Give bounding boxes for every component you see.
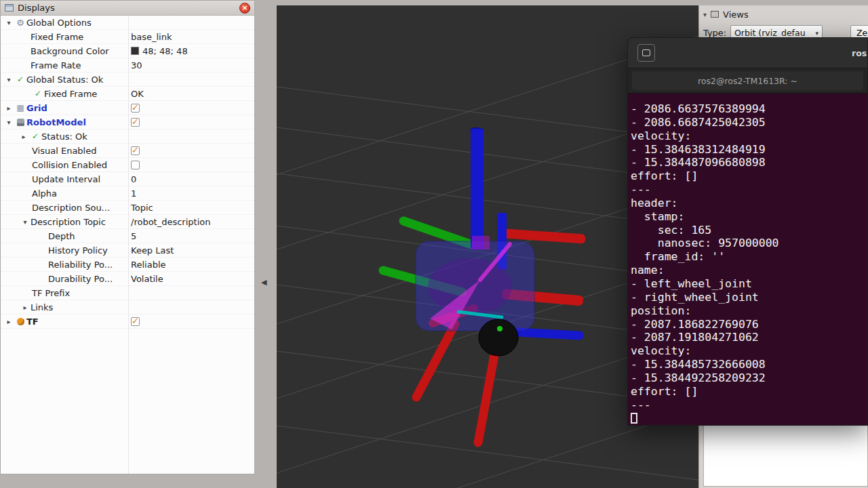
tree-row[interactable]: ▸Links [1,300,254,314]
terminal-window-title: ros2@ [852,38,868,68]
property-value[interactable]: 0 [128,174,254,184]
terminal-line: header: [631,197,866,210]
terminal-line: --- [631,183,866,197]
property-value[interactable]: Keep Last [128,245,254,256]
tree-row[interactable]: Depth5 [1,229,254,243]
property-value-text: OK [131,89,144,99]
property-value-text: 0 [131,174,136,184]
checkbox[interactable] [131,146,140,155]
property-label: Description Topic [31,217,106,227]
new-tab-icon [642,49,650,56]
tree-row[interactable]: ✓Fixed FrameOK [1,87,254,101]
expander-caret-icon[interactable]: ▸ [18,133,29,140]
view-type-label: Type: [703,28,726,38]
property-label: Global Status: Ok [26,75,103,85]
expander-caret-icon[interactable]: ▸ [20,304,31,311]
check-icon: ✓ [29,131,41,141]
property-value[interactable]: base_link [128,32,254,42]
terminal-tab[interactable]: ros2@ros2-TM1613R: ~ [632,71,863,90]
property-value[interactable]: OK [128,89,254,99]
tree-row[interactable]: Alpha1 [1,186,254,201]
terminal-headerbar[interactable]: ros2@ [628,38,867,68]
tree-row[interactable]: History PolicyKeep Last [1,243,254,258]
new-tab-button[interactable] [637,44,655,62]
property-label: Status: Ok [41,131,87,142]
tree-row[interactable]: ▸TF [1,314,254,329]
terminal-line: --- [631,399,866,412]
property-name: Reliability Po... [1,260,128,270]
expander-caret-icon[interactable]: ▾ [3,19,14,26]
tree-row[interactable]: Frame Rate30 [1,58,254,73]
terminal-line: - 2087.191804271062 [631,331,866,344]
tree-row[interactable]: ▸✓Status: Ok [1,129,254,144]
property-name: Update Interval [1,174,128,184]
property-label: Links [31,302,53,312]
expander-caret-icon[interactable]: ▸ [3,318,14,325]
property-value[interactable]: 1 [128,188,254,199]
terminal-line: velocity: [631,129,866,143]
displays-titlebar[interactable]: Displays × [1,1,254,16]
tree-row[interactable]: Durability Po...Volatile [1,272,254,286]
terminal-line: nanosec: 957000000 [631,237,866,250]
property-name: Description Sou... [1,203,128,213]
terminal-line: - 15.384487096680898 [631,156,866,169]
tree-row[interactable]: Visual Enabled [1,144,254,158]
property-value[interactable] [128,161,254,169]
tree-row[interactable]: TF Prefix [1,286,254,300]
views-expander-icon[interactable]: ▾ [703,11,707,18]
chevron-down-icon: ▾ [815,30,818,37]
property-label: Durability Po... [48,274,113,284]
property-value[interactable]: 30 [128,60,254,70]
close-button[interactable]: × [239,3,250,14]
property-name: ▸✓Status: Ok [1,131,128,142]
expander-caret-icon[interactable]: ▾ [20,218,31,226]
expander-caret-icon[interactable]: ▸ [3,104,14,112]
tf-icon [14,318,26,325]
property-label: Reliability Po... [48,260,113,270]
property-value-text: Volatile [131,274,163,284]
tree-row[interactable]: Description Sou...Topic [1,201,254,215]
tree-row[interactable]: Background Color48; 48; 48 [1,44,254,58]
tree-row[interactable]: Fixed Framebase_link [1,30,254,44]
property-value[interactable] [128,146,254,155]
property-value[interactable]: Reliable [128,260,254,270]
property-value[interactable]: 5 [128,231,254,241]
tree-row[interactable]: Update Interval0 [1,172,254,186]
property-value[interactable]: /robot_description [128,217,254,227]
tree-row[interactable]: ▾⚙Global Options [1,16,254,30]
terminal-line: - 2086.6637576389994 [631,102,866,116]
property-value[interactable]: Topic [128,203,254,213]
tree-row[interactable]: ▾Description Topic/robot_description [1,215,254,229]
property-value[interactable]: Volatile [128,274,254,284]
displays-tree: ▾⚙Global OptionsFixed Framebase_linkBack… [1,16,254,474]
robot-icon [14,119,26,126]
grid-icon: ▦ [14,103,26,113]
property-name: ▸▦Grid [1,103,128,113]
views-panel-icon [711,11,719,18]
property-value[interactable] [128,118,254,127]
checkbox[interactable] [131,104,140,113]
tree-row[interactable]: Collision Enabled [1,158,254,172]
property-name: ▾✓Global Status: Ok [1,75,128,85]
color-swatch[interactable] [131,47,139,55]
checkbox[interactable] [131,317,140,326]
expander-caret-icon[interactable]: ▾ [3,76,14,83]
property-name: History Policy [1,245,128,256]
property-label: History Policy [48,245,108,256]
tree-row[interactable]: Reliability Po...Reliable [1,258,254,272]
checkbox[interactable] [131,118,140,127]
tree-row[interactable]: ▾RobotModel [1,115,254,129]
property-name: Fixed Frame [1,32,128,42]
property-value[interactable] [128,104,254,113]
property-value[interactable] [128,317,254,326]
property-value[interactable]: 48; 48; 48 [128,46,254,56]
expander-caret-icon[interactable]: ▾ [3,119,14,126]
terminal-body[interactable]: - 2086.6637576389994- 2086.6687425042305… [628,94,867,425]
views-header[interactable]: ▾ Views [699,5,868,23]
checkbox[interactable] [131,161,140,169]
tree-row[interactable]: ▸▦Grid [1,101,254,115]
collapse-arrow-icon[interactable]: ◀ [261,278,267,287]
property-label: Depth [48,231,75,241]
tree-row[interactable]: ▾✓Global Status: Ok [1,73,254,87]
property-name: Visual Enabled [1,146,128,156]
